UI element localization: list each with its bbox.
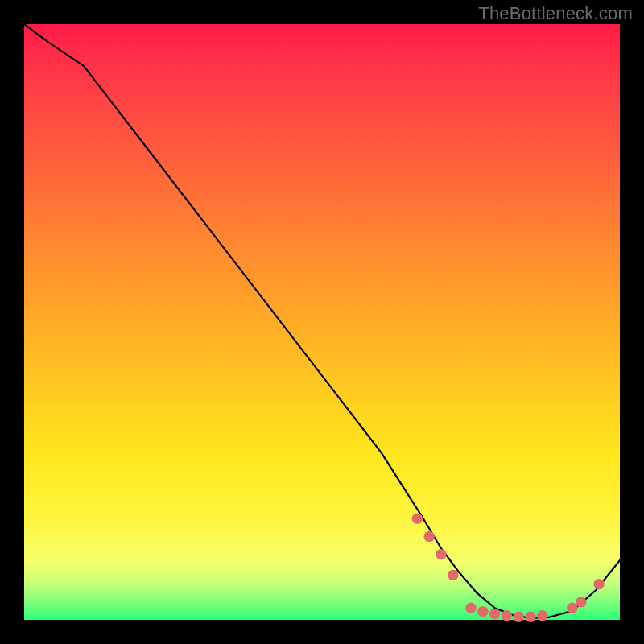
highlight-marker [525,612,535,622]
highlight-marker [537,610,547,621]
watermark-text: TheBottleneck.com [478,3,633,24]
highlight-marker [567,603,577,613]
highlight-marker [593,579,604,589]
chart-frame: TheBottleneck.com [0,0,644,644]
curve-svg [24,24,620,620]
bottleneck-curve [24,24,620,618]
highlight-marker [576,597,586,607]
highlight-marker [514,612,524,622]
highlight-markers [412,514,605,623]
highlight-marker [424,531,435,542]
highlight-marker [412,514,423,524]
highlight-marker [489,609,500,619]
highlight-marker [465,603,476,613]
highlight-marker [502,610,512,621]
plot-area [24,24,620,620]
highlight-marker [436,549,446,559]
highlight-marker [477,606,488,617]
highlight-marker [448,570,458,580]
